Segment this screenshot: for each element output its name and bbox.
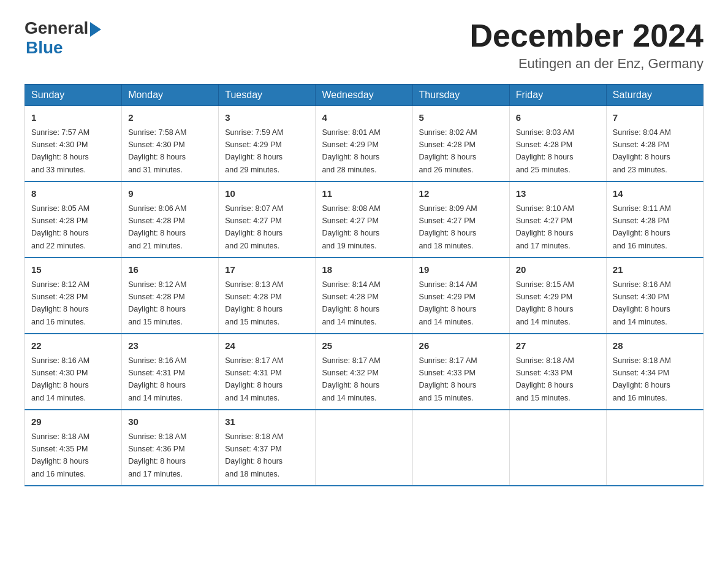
day-info: Sunrise: 8:12 AMSunset: 4:28 PMDaylight:… xyxy=(31,280,89,326)
calendar-table: Sunday Monday Tuesday Wednesday Thursday… xyxy=(25,84,703,486)
day-number: 31 xyxy=(225,415,309,429)
day-number: 10 xyxy=(225,187,309,201)
location-subtitle: Eutingen an der Enz, Germany xyxy=(469,56,703,72)
calendar-week-row: 29 Sunrise: 8:18 AMSunset: 4:35 PMDaylig… xyxy=(25,410,703,486)
calendar-day-cell xyxy=(316,410,412,486)
day-number: 2 xyxy=(128,111,212,125)
calendar-day-cell: 27 Sunrise: 8:18 AMSunset: 4:33 PMDaylig… xyxy=(509,334,606,410)
day-number: 27 xyxy=(516,339,600,353)
day-number: 16 xyxy=(128,263,212,277)
calendar-day-cell xyxy=(606,410,703,486)
calendar-day-cell: 10 Sunrise: 8:07 AMSunset: 4:27 PMDaylig… xyxy=(219,182,316,258)
calendar-day-cell: 18 Sunrise: 8:14 AMSunset: 4:28 PMDaylig… xyxy=(316,258,412,334)
day-info: Sunrise: 7:58 AMSunset: 4:30 PMDaylight:… xyxy=(128,128,186,174)
calendar-day-cell: 28 Sunrise: 8:18 AMSunset: 4:34 PMDaylig… xyxy=(606,334,703,410)
calendar-day-cell: 13 Sunrise: 8:10 AMSunset: 4:27 PMDaylig… xyxy=(509,182,606,258)
day-info: Sunrise: 8:06 AMSunset: 4:28 PMDaylight:… xyxy=(128,204,186,250)
calendar-week-row: 22 Sunrise: 8:16 AMSunset: 4:30 PMDaylig… xyxy=(25,334,703,410)
calendar-day-cell: 4 Sunrise: 8:01 AMSunset: 4:29 PMDayligh… xyxy=(316,106,412,182)
calendar-day-cell: 14 Sunrise: 8:11 AMSunset: 4:28 PMDaylig… xyxy=(606,182,703,258)
day-number: 30 xyxy=(128,415,212,429)
calendar-day-cell: 24 Sunrise: 8:17 AMSunset: 4:31 PMDaylig… xyxy=(219,334,316,410)
calendar-day-cell: 21 Sunrise: 8:16 AMSunset: 4:30 PMDaylig… xyxy=(606,258,703,334)
day-number: 18 xyxy=(322,263,406,277)
day-info: Sunrise: 8:10 AMSunset: 4:27 PMDaylight:… xyxy=(516,204,574,250)
calendar-day-cell: 23 Sunrise: 8:16 AMSunset: 4:31 PMDaylig… xyxy=(122,334,219,410)
day-info: Sunrise: 8:16 AMSunset: 4:30 PMDaylight:… xyxy=(613,280,671,326)
col-wednesday: Wednesday xyxy=(316,85,412,106)
calendar-day-cell: 7 Sunrise: 8:04 AMSunset: 4:28 PMDayligh… xyxy=(606,106,703,182)
calendar-day-cell: 8 Sunrise: 8:05 AMSunset: 4:28 PMDayligh… xyxy=(25,182,122,258)
day-number: 8 xyxy=(31,187,115,201)
day-number: 4 xyxy=(322,111,406,125)
day-number: 25 xyxy=(322,339,406,353)
calendar-day-cell: 31 Sunrise: 8:18 AMSunset: 4:37 PMDaylig… xyxy=(219,410,316,486)
day-info: Sunrise: 7:57 AMSunset: 4:30 PMDaylight:… xyxy=(31,128,89,174)
day-number: 17 xyxy=(225,263,309,277)
day-info: Sunrise: 8:17 AMSunset: 4:32 PMDaylight:… xyxy=(322,356,380,402)
calendar-day-cell: 1 Sunrise: 7:57 AMSunset: 4:30 PMDayligh… xyxy=(25,106,122,182)
day-info: Sunrise: 8:18 AMSunset: 4:35 PMDaylight:… xyxy=(31,432,89,478)
calendar-week-row: 8 Sunrise: 8:05 AMSunset: 4:28 PMDayligh… xyxy=(25,182,703,258)
calendar-day-cell: 25 Sunrise: 8:17 AMSunset: 4:32 PMDaylig… xyxy=(316,334,412,410)
day-info: Sunrise: 8:01 AMSunset: 4:29 PMDaylight:… xyxy=(322,128,380,174)
month-title: December 2024 xyxy=(469,18,703,53)
col-sunday: Sunday xyxy=(25,85,122,106)
calendar-day-cell: 29 Sunrise: 8:18 AMSunset: 4:35 PMDaylig… xyxy=(25,410,122,486)
day-info: Sunrise: 8:14 AMSunset: 4:28 PMDaylight:… xyxy=(322,280,380,326)
day-info: Sunrise: 8:18 AMSunset: 4:34 PMDaylight:… xyxy=(613,356,671,402)
calendar-day-cell: 12 Sunrise: 8:09 AMSunset: 4:27 PMDaylig… xyxy=(412,182,509,258)
day-info: Sunrise: 8:05 AMSunset: 4:28 PMDaylight:… xyxy=(31,204,89,250)
title-section: December 2024 Eutingen an der Enz, Germa… xyxy=(469,18,703,72)
calendar-day-cell: 19 Sunrise: 8:14 AMSunset: 4:29 PMDaylig… xyxy=(412,258,509,334)
calendar-day-cell: 9 Sunrise: 8:06 AMSunset: 4:28 PMDayligh… xyxy=(122,182,219,258)
day-info: Sunrise: 8:11 AMSunset: 4:28 PMDaylight:… xyxy=(613,204,671,250)
day-info: Sunrise: 8:18 AMSunset: 4:36 PMDaylight:… xyxy=(128,432,186,478)
day-info: Sunrise: 8:12 AMSunset: 4:28 PMDaylight:… xyxy=(128,280,186,326)
logo-arrow-icon xyxy=(90,22,101,37)
col-thursday: Thursday xyxy=(412,85,509,106)
day-number: 12 xyxy=(419,187,503,201)
day-number: 9 xyxy=(128,187,212,201)
day-number: 11 xyxy=(322,187,406,201)
day-number: 23 xyxy=(128,339,212,353)
calendar-day-cell xyxy=(412,410,509,486)
calendar-day-cell: 3 Sunrise: 7:59 AMSunset: 4:29 PMDayligh… xyxy=(219,106,316,182)
day-number: 28 xyxy=(613,339,697,353)
day-number: 13 xyxy=(516,187,600,201)
col-friday: Friday xyxy=(509,85,606,106)
calendar-day-cell: 6 Sunrise: 8:03 AMSunset: 4:28 PMDayligh… xyxy=(509,106,606,182)
day-number: 20 xyxy=(516,263,600,277)
day-info: Sunrise: 8:04 AMSunset: 4:28 PMDaylight:… xyxy=(613,128,671,174)
day-number: 3 xyxy=(225,111,309,125)
calendar-day-cell: 30 Sunrise: 8:18 AMSunset: 4:36 PMDaylig… xyxy=(122,410,219,486)
day-number: 21 xyxy=(613,263,697,277)
calendar-day-cell: 5 Sunrise: 8:02 AMSunset: 4:28 PMDayligh… xyxy=(412,106,509,182)
logo-blue-text: Blue xyxy=(26,38,63,58)
calendar-day-cell: 11 Sunrise: 8:08 AMSunset: 4:27 PMDaylig… xyxy=(316,182,412,258)
day-number: 26 xyxy=(419,339,503,353)
day-number: 15 xyxy=(31,263,115,277)
day-info: Sunrise: 8:03 AMSunset: 4:28 PMDaylight:… xyxy=(516,128,574,174)
calendar-week-row: 1 Sunrise: 7:57 AMSunset: 4:30 PMDayligh… xyxy=(25,106,703,182)
day-info: Sunrise: 8:09 AMSunset: 4:27 PMDaylight:… xyxy=(419,204,477,250)
calendar-day-cell: 22 Sunrise: 8:16 AMSunset: 4:30 PMDaylig… xyxy=(25,334,122,410)
logo-general-text: General xyxy=(25,18,88,38)
day-info: Sunrise: 8:16 AMSunset: 4:31 PMDaylight:… xyxy=(128,356,186,402)
day-info: Sunrise: 8:07 AMSunset: 4:27 PMDaylight:… xyxy=(225,204,283,250)
day-number: 7 xyxy=(613,111,697,125)
calendar-day-cell: 26 Sunrise: 8:17 AMSunset: 4:33 PMDaylig… xyxy=(412,334,509,410)
day-info: Sunrise: 8:15 AMSunset: 4:29 PMDaylight:… xyxy=(516,280,574,326)
day-number: 5 xyxy=(419,111,503,125)
logo: General Blue xyxy=(25,18,101,58)
calendar-week-row: 15 Sunrise: 8:12 AMSunset: 4:28 PMDaylig… xyxy=(25,258,703,334)
col-monday: Monday xyxy=(122,85,219,106)
calendar-day-cell: 2 Sunrise: 7:58 AMSunset: 4:30 PMDayligh… xyxy=(122,106,219,182)
page-header: General Blue December 2024 Eutingen an d… xyxy=(25,18,703,72)
col-saturday: Saturday xyxy=(606,85,703,106)
day-info: Sunrise: 7:59 AMSunset: 4:29 PMDaylight:… xyxy=(225,128,283,174)
day-number: 29 xyxy=(31,415,115,429)
calendar-day-cell: 15 Sunrise: 8:12 AMSunset: 4:28 PMDaylig… xyxy=(25,258,122,334)
day-info: Sunrise: 8:18 AMSunset: 4:37 PMDaylight:… xyxy=(225,432,283,478)
col-tuesday: Tuesday xyxy=(219,85,316,106)
